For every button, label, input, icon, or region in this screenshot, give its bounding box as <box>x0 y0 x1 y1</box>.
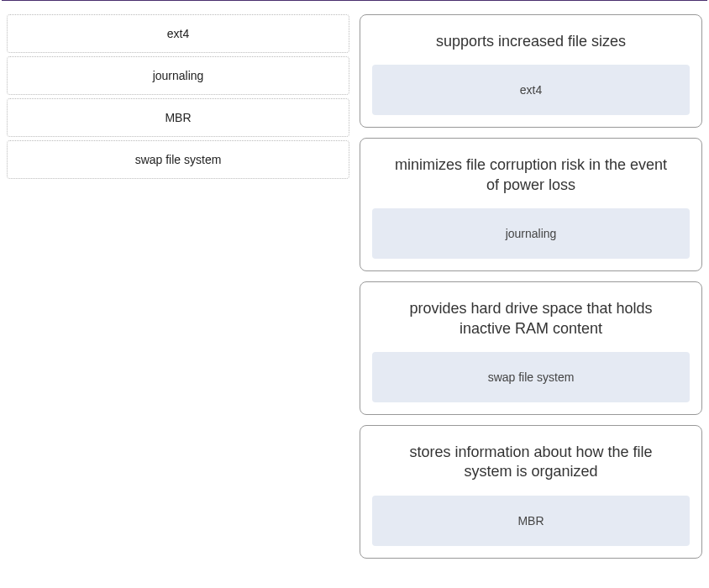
target-box: supports increased file sizes ext4 <box>360 14 702 128</box>
target-box: minimizes file corruption risk in the ev… <box>360 138 702 271</box>
target-box: provides hard drive space that holds ina… <box>360 281 702 415</box>
drop-zone[interactable]: MBR <box>372 496 690 546</box>
target-description: stores information about how the file sy… <box>372 436 690 496</box>
drop-zone[interactable]: ext4 <box>372 65 690 115</box>
drop-zone[interactable]: swap file system <box>372 352 690 402</box>
matching-container: ext4 journaling MBR swap file system sup… <box>0 1 709 565</box>
source-column: ext4 journaling MBR swap file system <box>7 14 349 559</box>
target-description: provides hard drive space that holds ina… <box>372 292 690 352</box>
target-description: supports increased file sizes <box>372 25 690 65</box>
source-item[interactable]: swap file system <box>7 140 349 179</box>
target-description: minimizes file corruption risk in the ev… <box>372 149 690 208</box>
source-item[interactable]: MBR <box>7 98 349 137</box>
drop-zone[interactable]: journaling <box>372 208 690 259</box>
source-item[interactable]: journaling <box>7 56 349 95</box>
target-column: supports increased file sizes ext4 minim… <box>360 14 702 559</box>
source-item[interactable]: ext4 <box>7 14 349 53</box>
target-box: stores information about how the file sy… <box>360 425 702 559</box>
